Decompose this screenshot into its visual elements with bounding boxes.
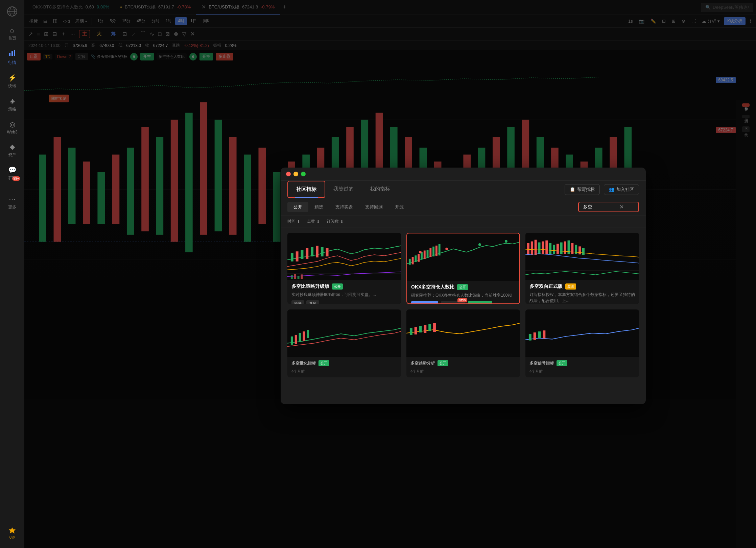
filter-search-box[interactable]: ✕	[578, 202, 639, 212]
svg-rect-116	[433, 323, 436, 332]
filter-featured[interactable]: 精选	[308, 202, 329, 212]
sidebar-label-assets: 资产	[8, 152, 16, 158]
svg-rect-109	[307, 330, 309, 338]
globe-icon[interactable]	[4, 3, 20, 20]
svg-rect-105	[291, 337, 293, 345]
svg-rect-117	[525, 310, 639, 356]
svg-point-85	[505, 240, 507, 243]
market-icon	[8, 49, 16, 58]
card1-info: 多空比策略升级版 公开 实时抄底逃顶神器90%胜率，可回测可实盘。... 抄底 …	[287, 280, 401, 304]
join-icon: 👥	[609, 187, 614, 192]
card3-title: 多空双向正式版	[529, 283, 563, 290]
svg-rect-107	[299, 333, 301, 342]
write-indicator-btn[interactable]: 📋 帮写指标	[565, 184, 600, 195]
card-okx-ratio[interactable]: OKX多空持仓人数比 公开 研究院推荐：OKX多空持仓人数比策略，当前胜率100…	[406, 233, 520, 304]
card-dual-direction[interactable]: 多空双向正式版 邀请 订阅指标授权，本套方案结合多个数据指标，还要又独特的战法，…	[525, 233, 639, 304]
backtest-btn[interactable]: 指标回测 NEW	[441, 301, 465, 304]
vip-section[interactable]: VIP	[8, 526, 16, 540]
sort-by-subs[interactable]: 订阅数 ⬇	[327, 219, 344, 224]
card5-thumb	[406, 309, 520, 357]
card2-title-row: OKX多空持仓人数比 公开	[411, 284, 515, 290]
tab-community-label: 社区指标	[296, 186, 316, 192]
tab-liked-label: 我赞过的	[333, 186, 354, 192]
sidebar-item-market[interactable]: 行情	[0, 45, 24, 70]
card1-title: 多空比策略升级版	[291, 283, 329, 290]
card-strategy-upgrade[interactable]: 多空比策略升级版 公开 实时抄底逃顶神器90%胜率，可回测可实盘。... 抄底 …	[287, 233, 401, 304]
filter-live[interactable]: 支持实盘	[329, 202, 359, 212]
filter-backtest[interactable]: 支持回测	[359, 202, 389, 212]
sidebar-item-assets[interactable]: ◆ 资产	[0, 139, 24, 162]
show-kline-btn[interactable]: 显示到K线	[411, 301, 438, 304]
card1-tag-2: 逃顶	[306, 300, 319, 304]
svg-rect-6	[11, 51, 13, 56]
card1-tag-1: 抄底	[291, 300, 304, 304]
more-icon: ⋯	[9, 195, 16, 203]
strategy-icon: ◈	[10, 97, 15, 105]
svg-rect-80	[435, 246, 438, 256]
svg-rect-92	[545, 241, 548, 254]
svg-rect-69	[301, 274, 303, 279]
card-row2-2[interactable]: 多空趋势分析 公开 4个月前	[406, 309, 520, 377]
search-input[interactable]	[583, 204, 617, 210]
indicator-modal: 社区指标 我赞过的 我的指标 📋 帮写指标 👥 加入社区 公开	[281, 168, 646, 404]
svg-rect-77	[427, 250, 429, 258]
sort-by-likes[interactable]: 点赞 ⬇	[307, 219, 320, 224]
svg-rect-112	[415, 327, 417, 334]
svg-rect-121	[543, 330, 545, 339]
sidebar-item-web3[interactable]: ◎ Web3	[0, 116, 24, 139]
card-row2-1[interactable]: 多空量化指标 公开 4个月前	[287, 309, 401, 377]
card1-desc: 实时抄底逃顶神器90%胜率，可回测可实盘。...	[291, 292, 397, 298]
svg-rect-72	[412, 257, 414, 264]
filter-opensource[interactable]: 开源	[389, 202, 410, 212]
card-row2-3[interactable]: 多空信号指标 公开 4个月前	[525, 309, 639, 377]
sidebar-item-home[interactable]: ⌂ 首页	[0, 22, 24, 45]
svg-rect-59	[301, 250, 304, 259]
modal-tab-mine[interactable]: 我的指标	[362, 181, 398, 198]
modal-titlebar	[281, 168, 646, 181]
sidebar-item-chat[interactable]: 💬 群聊 99+	[0, 162, 24, 191]
maximize-window-btn[interactable]	[301, 172, 306, 176]
minimize-window-btn[interactable]	[293, 172, 298, 176]
write-icon: 📋	[570, 187, 575, 192]
modal-overlay[interactable]: 社区指标 我赞过的 我的指标 📋 帮写指标 👥 加入社区 公开	[24, 0, 756, 548]
sort-by-time[interactable]: 时间 ⬇	[287, 219, 300, 224]
home-icon: ⌂	[10, 26, 14, 34]
card1-title-row: 多空比策略升级版 公开	[291, 283, 397, 290]
svg-rect-103	[525, 271, 639, 271]
svg-rect-65	[287, 273, 401, 273]
sidebar-label-web3: Web3	[7, 130, 17, 134]
sidebar-item-strategy[interactable]: ◈ 策略	[0, 93, 24, 116]
card5-title-row: 多空趋势分析 公开	[410, 360, 516, 366]
sidebar-item-more[interactable]: ⋯ 更多	[0, 191, 24, 214]
svg-rect-61	[311, 247, 313, 256]
svg-rect-78	[429, 248, 431, 257]
modal-tab-liked[interactable]: 我赞过的	[325, 181, 362, 198]
svg-rect-64	[326, 248, 329, 256]
join-community-btn[interactable]: 👥 加入社区	[604, 184, 639, 195]
svg-rect-101	[578, 246, 581, 254]
svg-rect-73	[415, 255, 417, 262]
card6-meta: 4个月前	[529, 369, 543, 374]
live-run-btn[interactable]: 实盘运行	[468, 301, 492, 304]
filter-public[interactable]: 公开	[287, 202, 308, 212]
svg-rect-66	[291, 275, 293, 279]
svg-rect-115	[428, 324, 431, 331]
card4-title: 多空量化指标	[291, 360, 316, 366]
svg-rect-7	[14, 50, 15, 56]
indicator-card-grid: 多空比策略升级版 公开 实时抄底逃顶神器90%胜率，可回测可实盘。... 抄底 …	[281, 227, 646, 383]
svg-rect-119	[534, 332, 536, 340]
modal-tab-community[interactable]: 社区指标	[287, 181, 325, 198]
card4-meta: 4个月前	[291, 369, 305, 374]
close-window-btn[interactable]	[286, 172, 291, 176]
sidebar-item-news[interactable]: ⚡ 快讯	[0, 70, 24, 93]
search-clear-btn[interactable]: ✕	[619, 204, 624, 210]
card5-title: 多空趋势分析	[410, 360, 435, 366]
svg-rect-94	[553, 245, 555, 254]
svg-rect-63	[321, 247, 324, 256]
card2-title: OKX多空持仓人数比	[411, 284, 454, 290]
sort-likes-label: 点赞	[307, 219, 315, 224]
svg-point-83	[445, 248, 448, 250]
svg-rect-118	[529, 334, 531, 341]
card4-title-row: 多空量化指标 公开	[291, 360, 397, 366]
backtest-label-btn: 指标回测	[445, 303, 461, 304]
